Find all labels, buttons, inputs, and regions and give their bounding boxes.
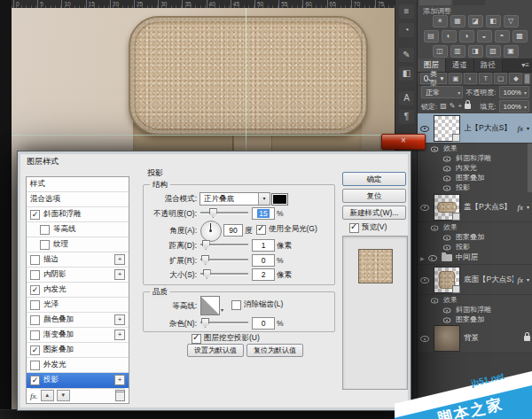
move-effect-down-button[interactable]: ▼ <box>57 390 70 401</box>
layer-name[interactable]: 背景 <box>464 333 520 344</box>
visibility-eye-icon[interactable] <box>431 296 439 304</box>
lock-pixels-icon[interactable]: ✎ <box>450 101 456 112</box>
adj-hue-saturation-icon[interactable]: ▤ <box>424 30 439 43</box>
delete-effect-icon[interactable] <box>115 390 125 401</box>
dock-character-icon[interactable]: A <box>399 91 414 105</box>
checkbox[interactable]: ✓ <box>30 345 40 355</box>
dock-paragraph-icon[interactable]: ¶ <box>399 110 414 124</box>
layer-effect-row[interactable]: 内发光 <box>418 163 532 173</box>
expand-right-icon[interactable]: ▶ <box>420 255 425 261</box>
blend-mode-dropdown[interactable]: 正常 ▾ <box>421 86 463 98</box>
visibility-eye-icon[interactable] <box>443 243 451 251</box>
adj-gradient-map-icon[interactable]: ▧ <box>486 45 501 58</box>
checkbox[interactable]: ✓ <box>30 285 40 295</box>
style-item-内发光[interactable]: ✓内发光 <box>27 283 129 298</box>
pixel-layer-filter-icon[interactable]: ▣ <box>449 73 462 84</box>
layer-name[interactable]: 底面【P大点S】 <box>464 275 513 285</box>
visibility-eye-icon[interactable] <box>443 315 451 323</box>
panel-tab-stub[interactable] <box>419 0 451 5</box>
dock-properties-icon[interactable]: ◔ <box>399 23 414 37</box>
lock-all-icon[interactable] <box>465 104 471 109</box>
visibility-eye-icon[interactable] <box>431 144 439 152</box>
add-effect-button[interactable]: + <box>114 314 125 325</box>
visibility-eye-icon[interactable] <box>420 334 430 343</box>
checkbox[interactable] <box>30 361 40 370</box>
style-item-样式[interactable]: 样式 <box>27 177 129 192</box>
adj-invert-icon[interactable]: ◫ <box>433 45 448 58</box>
adj-photo-filter-icon[interactable]: ◒ <box>477 30 492 43</box>
add-effect-button[interactable]: + <box>114 269 125 280</box>
shadow-opacity-input[interactable]: 15 <box>252 207 275 220</box>
style-item-投影[interactable]: ✓投影+ <box>27 373 129 388</box>
style-item-颜色叠加[interactable]: 颜色叠加+ <box>27 313 129 328</box>
style-item-内阴影[interactable]: 内阴影+ <box>27 268 129 283</box>
layer-row[interactable]: 上【P大点S】fx▾ <box>418 113 532 144</box>
add-effect-button[interactable]: + <box>114 375 125 385</box>
reset-default-button[interactable]: 复位为默认值 <box>246 344 303 357</box>
shadow-distance-slider[interactable] <box>200 240 248 248</box>
layer-effect-row[interactable]: 斜面和浮雕 <box>418 305 532 314</box>
visibility-eye-icon[interactable] <box>443 164 451 172</box>
visibility-eye-icon[interactable] <box>431 223 439 231</box>
shadow-blend-mode-dropdown[interactable]: 正片叠底 ▾ <box>200 192 270 206</box>
shadow-angle-input[interactable]: 90 <box>223 224 243 237</box>
add-effect-button[interactable]: + <box>114 330 125 340</box>
smart-object-filter-icon[interactable]: ◆ <box>509 73 522 84</box>
filter-toggle-switch[interactable] <box>524 74 530 84</box>
adj-brightness-contrast-icon[interactable]: ☀ <box>433 15 448 27</box>
style-item-斜面和浮雕[interactable]: ✓斜面和浮雕 <box>27 207 129 222</box>
filter-kind-dropdown[interactable]: 类型 ▾ <box>420 73 447 84</box>
effects-header-row[interactable]: 效果 <box>418 144 532 153</box>
panel-menu-icon[interactable]: ▾≡ <box>521 58 532 72</box>
adj-curves-icon[interactable]: ◪ <box>468 15 483 27</box>
effects-header-row[interactable]: 效果 <box>418 222 532 232</box>
adj-posterize-icon[interactable]: ▥ <box>450 45 466 58</box>
lock-position-icon[interactable]: + <box>458 101 463 112</box>
chevron-down-icon[interactable]: ▾ <box>221 306 223 313</box>
style-item-描边[interactable]: 描边+ <box>27 252 129 268</box>
checkbox[interactable] <box>30 330 40 340</box>
checkbox[interactable]: ✓ <box>30 376 40 385</box>
adj-exposure-icon[interactable]: ◧ <box>486 15 501 27</box>
checkbox[interactable] <box>30 300 40 310</box>
visibility-eye-icon[interactable] <box>443 183 451 191</box>
ok-button[interactable]: 确定 <box>342 172 406 186</box>
contour-picker[interactable] <box>200 296 220 315</box>
checkbox[interactable] <box>30 270 40 280</box>
visibility-eye-icon[interactable] <box>420 275 430 284</box>
layer-name[interactable]: 上【P大点S】 <box>464 123 513 134</box>
checkbox[interactable] <box>40 240 50 250</box>
layer-effect-row[interactable]: 图案叠加 <box>418 173 532 182</box>
antialias-checkbox[interactable] <box>231 300 241 310</box>
layer-thumbnail[interactable] <box>434 267 460 293</box>
tab-通道[interactable]: 通道 <box>446 58 474 72</box>
shadow-size-input[interactable]: 2 <box>252 268 275 281</box>
dock-styles-icon[interactable]: ◧ <box>399 66 414 81</box>
checkbox[interactable] <box>30 315 40 325</box>
layer-effect-row[interactable]: 投影 <box>418 182 532 192</box>
opacity-dropdown[interactable]: 100% ▾ <box>499 86 529 98</box>
lock-transparency-icon[interactable]: ▨ <box>440 101 447 112</box>
shadow-color-swatch[interactable] <box>271 193 288 206</box>
layer-row[interactable]: 背景 <box>418 324 532 353</box>
layer-group-row[interactable]: ▶中间层 <box>418 252 532 265</box>
effects-header-row[interactable]: 效果 <box>418 295 532 305</box>
adj-selective-color-icon[interactable]: ▣ <box>504 45 519 58</box>
fill-dropdown[interactable]: 100% ▾ <box>499 100 529 113</box>
preview-checkbox[interactable]: ✓ <box>349 223 359 233</box>
visibility-eye-icon[interactable] <box>428 253 438 262</box>
noise-slider[interactable] <box>200 318 248 326</box>
shadow-spread-input[interactable]: 0 <box>252 254 275 267</box>
reset-button[interactable]: 复位 <box>342 189 406 203</box>
visibility-eye-icon[interactable] <box>443 233 451 241</box>
style-item-渐变叠加[interactable]: 渐变叠加+ <box>27 328 129 343</box>
visibility-eye-icon[interactable] <box>443 174 451 182</box>
style-item-纹理[interactable]: 纹理 <box>27 237 129 252</box>
layer-group-name[interactable]: 中间层 <box>456 252 530 263</box>
layer-thumbnail[interactable] <box>434 115 460 142</box>
close-button[interactable]: × <box>381 134 426 150</box>
dock-history-icon[interactable]: ≡ <box>399 4 414 19</box>
adj-color-balance-icon[interactable]: ◐ <box>442 30 457 43</box>
collapse-effects-icon[interactable]: ▾ <box>527 125 529 131</box>
layer-effect-row[interactable]: 投影 <box>418 242 532 252</box>
